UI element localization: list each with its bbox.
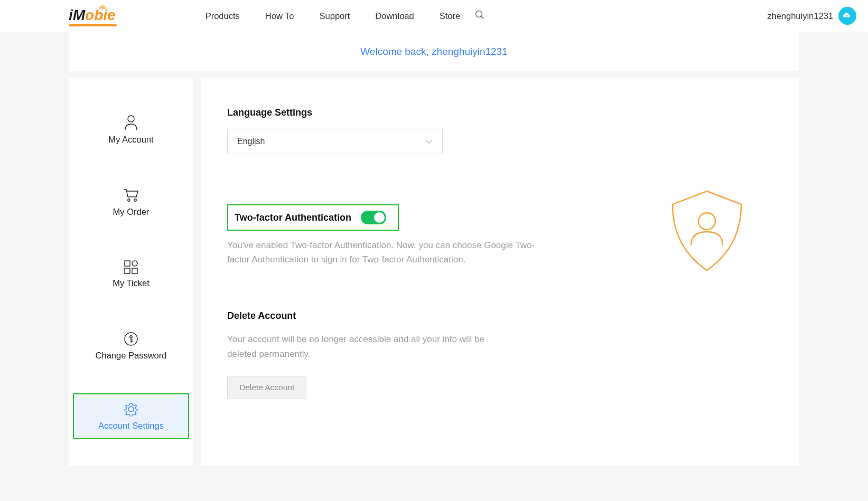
tfa-title: Two-factor Authentication — [235, 212, 351, 223]
tfa-description: You've enabled Two-factor Authentication… — [227, 238, 544, 267]
svg-point-1 — [476, 11, 482, 17]
shield-icon — [667, 188, 746, 273]
gear-icon — [124, 402, 138, 417]
avatar[interactable] — [838, 7, 856, 25]
delete-account-description: Your account will be no longer accessibl… — [227, 332, 502, 361]
sidebar-item-label: My Ticket — [113, 278, 150, 288]
sidebar-item-label: My Account — [108, 135, 153, 145]
svg-point-5 — [128, 116, 134, 122]
sidebar-item-label: Change Password — [96, 351, 167, 361]
svg-point-6 — [128, 199, 130, 201]
svg-line-2 — [481, 16, 484, 19]
nav-support[interactable]: Support — [320, 11, 350, 21]
language-selected-value: English — [237, 137, 265, 146]
cart-icon — [123, 188, 139, 203]
svg-point-13 — [130, 336, 132, 338]
user-area: zhenghuiyin1231 — [767, 7, 856, 25]
main-panel: Language Settings English Two-factor Aut… — [201, 78, 799, 466]
language-select[interactable]: English — [227, 129, 443, 154]
wifi-icon — [99, 5, 106, 10]
main-nav: Products How To Support Download Store — [206, 11, 460, 21]
sidebar: My Account My Order My Ticket Change Pas… — [69, 78, 193, 466]
chevron-down-icon — [425, 139, 433, 144]
sidebar-item-account[interactable]: My Account — [73, 104, 189, 155]
delete-account-button[interactable]: Delete Account — [227, 376, 306, 399]
svg-point-4 — [847, 15, 848, 16]
user-icon — [124, 115, 138, 130]
tfa-toggle[interactable] — [361, 211, 386, 224]
sidebar-item-label: Account Settings — [98, 421, 164, 431]
svg-rect-11 — [132, 268, 137, 273]
svg-rect-8 — [125, 261, 130, 266]
username-label[interactable]: zhenghuiyin1231 — [767, 11, 833, 21]
svg-rect-9 — [132, 261, 137, 266]
svg-rect-10 — [125, 268, 130, 273]
language-settings-title: Language Settings — [227, 107, 773, 118]
sidebar-item-ticket[interactable]: My Ticket — [73, 250, 189, 299]
svg-point-17 — [128, 407, 134, 412]
nav-download[interactable]: Download — [375, 11, 414, 21]
grid-icon — [124, 260, 138, 274]
key-icon — [124, 332, 138, 346]
svg-point-7 — [134, 199, 136, 201]
search-icon[interactable] — [475, 10, 484, 22]
logo-prefix: iM — [69, 7, 85, 24]
header: iMobie Products How To Support Download … — [0, 0, 868, 32]
sidebar-item-password[interactable]: Change Password — [73, 321, 189, 371]
logo[interactable]: iMobie — [69, 7, 116, 25]
sidebar-item-order[interactable]: My Order — [73, 177, 189, 228]
nav-howto[interactable]: How To — [265, 11, 294, 21]
svg-point-0 — [102, 9, 103, 10]
nav-store[interactable]: Store — [440, 11, 460, 21]
tfa-heading-row: Two-factor Authentication — [227, 204, 399, 231]
svg-point-3 — [845, 15, 846, 16]
svg-point-18 — [698, 213, 715, 230]
delete-account-title: Delete Account — [227, 310, 773, 322]
divider — [227, 183, 773, 183]
nav-products[interactable]: Products — [206, 11, 240, 21]
sidebar-item-label: My Order — [113, 207, 150, 217]
welcome-banner: Welcome back, zhenghuiyin1231 — [69, 32, 799, 71]
sidebar-item-settings[interactable]: Account Settings — [73, 393, 189, 439]
cloud-icon — [842, 10, 853, 22]
content: My Account My Order My Ticket Change Pas… — [69, 78, 799, 466]
divider — [227, 289, 773, 289]
